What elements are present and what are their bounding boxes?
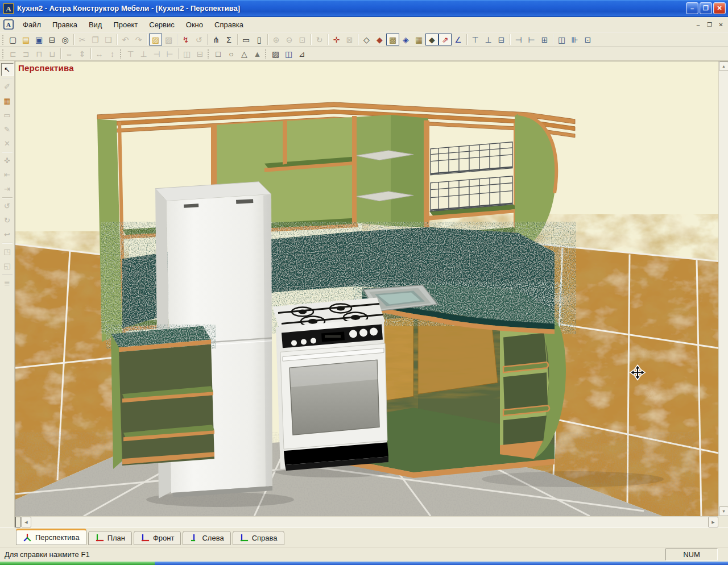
screws-icon[interactable]: ↯ [179,34,192,45]
taskbar-strip [155,562,728,565]
group-panels-icon: ◫ [180,48,193,60]
toolbar-separator [237,34,238,45]
view-render-icon[interactable]: ◆ [425,34,439,45]
select-tool-icon[interactable]: ↖ [1,63,14,76]
left-pedestal-cabinet[interactable] [111,326,214,469]
move-object-icon: ✜ [1,154,14,167]
scroll-down-button[interactable]: ▼ [719,506,728,516]
toolbar-grip [264,48,267,59]
tab-label: Перспектива [35,533,80,542]
horizontal-scrollbar[interactable]: ◀ ▶ [15,516,718,527]
primitive-cone-icon[interactable]: △ [238,48,251,60]
calc-sum-icon[interactable]: Σ [222,34,235,45]
panel-bottom-icon[interactable]: ⊥ [482,34,495,45]
select-texture-icon[interactable]: ▨ [269,48,282,60]
menu-edit[interactable]: Правка [47,18,83,31]
view-textured-icon[interactable]: ▩ [386,34,399,45]
texture-direction-icon[interactable]: ⇗ [439,34,452,45]
toolbar-separator [553,34,553,45]
menu-window[interactable]: Окно [180,18,209,31]
panel-right-icon[interactable]: ⊢ [525,34,538,45]
axes-left-icon [189,534,198,542]
view-wireframe-icon[interactable]: ◇ [360,34,373,45]
window-title: Кухня2 - Астра Конструктор Мебели - [Кух… [17,4,685,13]
panel-divider-icon[interactable]: ⊞ [538,34,551,45]
tab-perspective[interactable]: Перспектива [16,529,86,545]
app-icon: A [3,3,14,14]
tab-label: Фронт [153,534,174,542]
panel-columns-icon[interactable]: ⊪ [568,34,581,45]
rotate-x-icon: ↺ [1,200,14,213]
view-transparent-icon[interactable]: ◈ [399,34,412,45]
panel-rows-icon[interactable]: ◫ [555,34,568,45]
fill-material-icon[interactable]: ▨ [149,34,162,45]
panel-left-icon[interactable]: ⊣ [512,34,525,45]
tab-right[interactable]: Справа [233,531,284,545]
stretch-vertical-icon: ⇕ [76,48,89,60]
rotate-y-icon: ↻ [1,214,14,227]
view-fittings-icon[interactable]: ▦ [412,34,425,45]
scroll-right-button[interactable]: ▶ [708,517,718,527]
tab-front[interactable]: Фронт [134,531,181,545]
mirror-object-icon: ◱ [1,259,14,272]
add-worktop-icon[interactable]: ⊿ [295,48,308,60]
scroll-left-button[interactable]: ◀ [21,517,31,527]
restore-button[interactable]: ❐ [700,2,712,14]
undo-icon: ↶ [119,34,132,45]
redo-icon: ↷ [132,34,145,45]
horizontal-scroll-track[interactable] [31,517,708,527]
menu-service[interactable]: Сервис [143,18,180,31]
minimize-button[interactable]: – [686,2,698,14]
close-button[interactable]: ✕ [713,2,726,14]
tab-plan[interactable]: План [88,531,132,545]
new-file-icon[interactable]: ▢ [6,34,19,45]
menu-project[interactable]: Проект [107,18,143,31]
center-model-icon[interactable]: ✛ [330,34,343,45]
toolbar-separator [2,152,13,152]
add-panel-icon[interactable]: ▦ [1,94,14,107]
print-preview-icon[interactable]: ◎ [59,34,72,45]
viewport-label: Перспектива [18,63,74,73]
print-icon[interactable]: ⊟ [46,34,59,45]
offset-right-icon: ⇥ [1,182,14,196]
save-icon[interactable]: ▣ [32,34,46,45]
toolbar-grip [2,48,5,59]
tab-left[interactable]: Слева [183,531,230,545]
frame-vertical-icon[interactable]: ▯ [253,34,266,45]
vertical-scroll-track[interactable] [719,71,728,506]
add-door-icon[interactable]: ◫ [282,48,295,60]
panel-top-icon[interactable]: ⊤ [469,34,482,45]
viewport-canvas[interactable]: Перспектива [15,61,718,516]
attach-top-icon: ⊤ [124,48,137,60]
menu-file[interactable]: Файл [17,18,47,31]
mdi-restore-button[interactable]: ❐ [705,20,714,29]
mdi-close-button[interactable]: ✕ [716,20,726,29]
corner-panel[interactable] [353,115,391,226]
primitive-cube-icon[interactable]: □ [212,48,225,60]
menu-view[interactable]: Вид [83,18,108,31]
svg-text:A: A [6,4,11,13]
panel-inside-icon[interactable]: ⊡ [581,34,594,45]
scroll-up-button[interactable]: ▲ [719,61,728,71]
tab-label: Слева [202,534,224,542]
toolbar-grip [119,48,122,59]
title-bar: A Кухня2 - Астра Конструктор Мебели - [К… [0,0,728,17]
fit-top-icon: ⊓ [32,48,46,60]
frame-horizontal-icon[interactable]: ▭ [239,34,253,45]
menu-help[interactable]: Справка [209,18,249,31]
panel-shelf-icon[interactable]: ⊟ [495,34,508,45]
coordinate-axes-icon[interactable]: ∠ [452,34,465,45]
view-solid-icon[interactable]: ◆ [373,34,386,45]
kitchen-3d-view[interactable] [15,61,718,516]
toolbar-separator [73,34,74,45]
oven-door[interactable] [280,343,387,449]
open-folder-icon[interactable]: ▤ [19,34,32,45]
model-structure-icon[interactable]: ⋔ [209,34,222,45]
gas-stove[interactable] [272,297,388,471]
attach-right-icon: ⊢ [163,48,176,60]
mdi-minimize-button[interactable]: – [693,20,703,29]
primitive-cylinder-icon[interactable]: ○ [225,48,238,60]
pane-splitter[interactable] [15,517,20,527]
vertical-scrollbar[interactable]: ▲ ▼ [718,61,728,516]
primitive-pyramid-icon[interactable]: ▲ [251,48,264,60]
